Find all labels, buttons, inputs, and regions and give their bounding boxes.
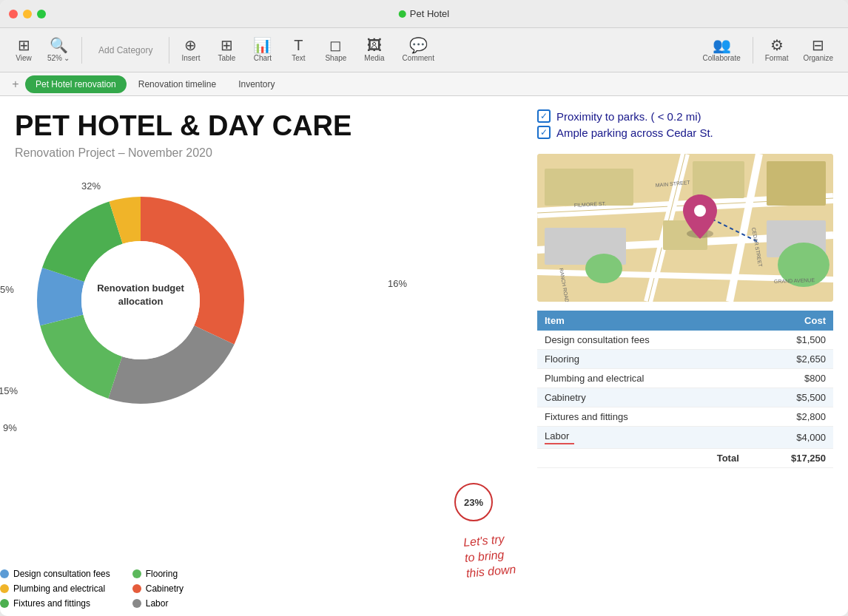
table-row: Plumbing and electrical $800: [537, 369, 833, 388]
labor-underline: [545, 443, 574, 444]
toolbar-center-group: ⊕ Insert ⊞ Table 📊 Chart T Text ◻ Shape: [174, 38, 442, 62]
legend-col-2: Flooring Cabinetry Labor: [132, 569, 184, 609]
collaborate-icon: 👥: [713, 38, 731, 53]
comment-label: Comment: [403, 54, 434, 62]
toolbar-comment[interactable]: 💬 Comment: [395, 38, 442, 62]
legend-cabinetry: Cabinetry: [132, 583, 184, 594]
table-row: Design consultation fees $1,500: [537, 331, 833, 350]
add-category-label: Add Category: [98, 45, 152, 55]
title-dot: [399, 10, 406, 18]
svg-rect-18: [693, 161, 744, 198]
table-cell-cost-3: $5,500: [747, 388, 833, 407]
toolbar-view[interactable]: ⊞ View: [7, 38, 40, 62]
legend-label-fixtures: Fixtures and fittings: [13, 598, 90, 609]
legend-flooring: Flooring: [132, 569, 184, 579]
add-tab-button[interactable]: +: [7, 76, 24, 92]
organize-label: Organize: [803, 54, 833, 62]
window-title: Pet Hotel: [399, 8, 449, 19]
table-label: Table: [218, 54, 235, 62]
page-subtitle: Renovation Project – November 2020: [15, 146, 508, 160]
table-row: Flooring $2,650: [537, 350, 833, 369]
close-button[interactable]: [9, 10, 18, 18]
circle-annotation: 23%: [454, 483, 493, 521]
legend-col-1: Design consultation fees Plumbing and el…: [0, 569, 110, 609]
donut-labels: 32% 16% 5% 15% 9%: [15, 175, 385, 485]
legend-label-labor: Labor: [146, 598, 169, 609]
toolbar-insert[interactable]: ⊕ Insert: [174, 38, 207, 62]
legend-dot-cabinetry: [132, 584, 141, 593]
media-icon: 🖼: [367, 38, 382, 53]
tab-renovation-timeline[interactable]: Renovation timeline: [128, 75, 226, 93]
table-cell-cost-1: $2,650: [747, 350, 833, 369]
table-header-cost: Cost: [747, 311, 833, 331]
hand-annotation: Let's tryto bringthis down: [463, 531, 517, 581]
toolbar-text[interactable]: T Text: [282, 38, 314, 62]
legend-dot-plumbing: [0, 584, 9, 593]
table-cell-cost-2: $800: [747, 369, 833, 388]
insert-label: Insert: [181, 54, 200, 62]
view-icon: ⊞: [18, 38, 30, 53]
legend-fixtures: Fixtures and fittings: [0, 598, 110, 609]
map-svg: FILMORE ST. MAIN STREET CEDAR STREET GRA…: [537, 154, 833, 302]
legend-label-flooring: Flooring: [146, 569, 178, 579]
toolbar-shape[interactable]: ◻ Shape: [317, 38, 354, 62]
add-category-button[interactable]: Add Category: [87, 45, 164, 55]
format-label: Format: [765, 54, 789, 62]
divider-2: [169, 37, 169, 64]
zoom-icon: 🔍: [50, 38, 68, 53]
table-cell-cost-0: $1,500: [747, 331, 833, 350]
page-title: PET HOTEL & DAY CARE: [15, 111, 508, 142]
comment-icon: 💬: [409, 38, 428, 53]
table-header-item: Item: [537, 311, 747, 331]
main-content: PET HOTEL & DAY CARE Renovation Project …: [0, 96, 848, 616]
checkbox-2[interactable]: ✓: [537, 126, 551, 139]
collaborate-label: Collaborate: [703, 54, 741, 62]
shape-label: Shape: [325, 54, 346, 62]
right-panel: ✓ Proximity to parks. ( < 0.2 mi) ✓ Ampl…: [530, 96, 848, 616]
annotation-text-2: Ample parking across Cedar St.: [556, 126, 713, 139]
text-label: Text: [292, 54, 305, 62]
app-window: Pet Hotel ⊞ View 🔍 52% ⌄ Add Category ⊕: [0, 0, 848, 616]
table-cell-total-label: Total: [537, 449, 747, 468]
toolbar-chart[interactable]: 📊 Chart: [246, 38, 279, 62]
table-cell-cost-5: $4,000: [747, 427, 833, 449]
svg-rect-17: [545, 169, 633, 206]
toolbar-format[interactable]: ⚙ Format: [758, 38, 796, 62]
annotations-area: ✓ Proximity to parks. ( < 0.2 mi) ✓ Ampl…: [537, 104, 833, 145]
tab-pet-hotel-renovation[interactable]: Pet Hotel renovation: [25, 75, 127, 93]
chart-label: Chart: [254, 54, 272, 62]
tab-inventory[interactable]: Inventory: [228, 75, 285, 93]
toolbar-table[interactable]: ⊞ Table: [210, 38, 243, 62]
legend-dot-labor: [132, 599, 141, 608]
shape-icon: ◻: [329, 38, 342, 53]
toolbar-zoom[interactable]: 🔍 52% ⌄: [40, 38, 77, 62]
legend-dot-flooring: [132, 569, 141, 578]
legend-label-cabinetry: Cabinetry: [146, 583, 184, 594]
table-row: Cabinetry $5,500: [537, 388, 833, 407]
legend-plumbing: Plumbing and electrical: [0, 583, 110, 594]
toolbar-organize[interactable]: ⊟ Organize: [795, 38, 841, 62]
label-5: 5%: [0, 284, 14, 295]
table-cell-item-1: Flooring: [537, 350, 747, 369]
zoom-label: 52% ⌄: [47, 54, 70, 62]
table-icon: ⊞: [221, 38, 233, 53]
organize-icon: ⊟: [812, 38, 824, 53]
window-controls: [9, 10, 46, 18]
checkbox-1[interactable]: ✓: [537, 109, 551, 123]
table-cell-item-3: Cabinetry: [537, 388, 747, 407]
legend-labor: Labor: [132, 598, 184, 609]
table-cell-item-2: Plumbing and electrical: [537, 369, 747, 388]
insert-icon: ⊕: [184, 38, 197, 53]
legend-label-plumbing: Plumbing and electrical: [13, 583, 105, 594]
cost-table: Item Cost Design consultation fees $1,50…: [537, 311, 833, 468]
donut-chart[interactable]: Renovation budget allocation 32% 16% 5% …: [15, 175, 385, 485]
minimize-button[interactable]: [23, 10, 32, 18]
format-icon: ⚙: [770, 38, 784, 53]
tabs-bar: + Pet Hotel renovation Renovation timeli…: [0, 72, 848, 96]
toolbar-media[interactable]: 🖼 Media: [357, 38, 391, 62]
title-bar: Pet Hotel: [0, 0, 848, 28]
table-cell-item-4: Fixtures and fittings: [537, 407, 747, 427]
chart-area: PET HOTEL & DAY CARE Renovation Project …: [0, 96, 530, 616]
maximize-button[interactable]: [37, 10, 46, 18]
toolbar-collaborate[interactable]: 👥 Collaborate: [696, 38, 748, 62]
